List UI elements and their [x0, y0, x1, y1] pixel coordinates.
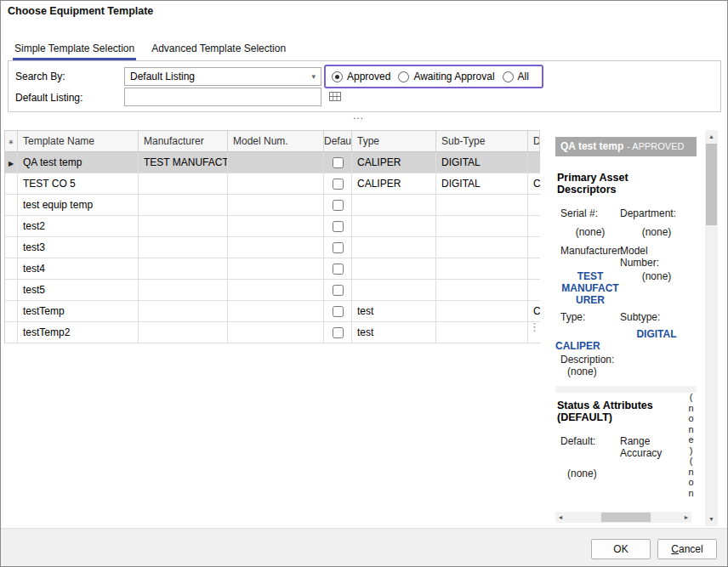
- cell-type[interactable]: CALIPER: [352, 173, 436, 194]
- table-row[interactable]: test3: [5, 237, 540, 258]
- preview-horizontal-scrollbar[interactable]: ◄ ►: [555, 512, 691, 523]
- cell-manufacturer[interactable]: [139, 173, 228, 194]
- default-checkbox[interactable]: [333, 157, 344, 168]
- cell-description[interactable]: CN: [528, 301, 540, 321]
- column-header-description[interactable]: D: [528, 131, 540, 151]
- cell-type[interactable]: [352, 216, 436, 236]
- cell-template-name[interactable]: test equip temp: [18, 195, 139, 215]
- column-header-sub-type[interactable]: Sub-Type: [436, 131, 528, 151]
- grid-scroll-grip[interactable]: ⋮: [529, 320, 540, 333]
- cell-description[interactable]: [528, 195, 540, 215]
- cell-description[interactable]: [528, 258, 540, 279]
- cell-type[interactable]: [352, 237, 436, 258]
- cell-type[interactable]: [352, 280, 436, 300]
- scroll-left-icon[interactable]: ◄: [555, 512, 566, 523]
- cell-template-name[interactable]: testTemp: [18, 301, 139, 321]
- default-listing-input[interactable]: [124, 88, 321, 106]
- cell-default[interactable]: [324, 280, 352, 300]
- cell-model-num[interactable]: [228, 216, 324, 236]
- cell-default[interactable]: [324, 216, 352, 236]
- cell-sub-type[interactable]: DIGITAL: [436, 173, 528, 194]
- default-checkbox[interactable]: [333, 242, 344, 253]
- scroll-down-icon[interactable]: ▼: [705, 514, 718, 524]
- default-checkbox[interactable]: [333, 200, 344, 211]
- tab-advanced-template-selection[interactable]: Advanced Template Selection: [151, 40, 286, 59]
- cell-manufacturer[interactable]: [139, 322, 228, 343]
- cell-sub-type[interactable]: [436, 195, 528, 215]
- default-checkbox[interactable]: [333, 285, 344, 296]
- cell-default[interactable]: [324, 173, 352, 194]
- column-header-model-num[interactable]: Model Num.: [228, 131, 324, 151]
- cell-manufacturer[interactable]: [139, 237, 228, 258]
- default-checkbox[interactable]: [333, 264, 344, 275]
- cell-model-num[interactable]: [228, 301, 324, 321]
- cell-default[interactable]: [324, 258, 352, 279]
- cell-description[interactable]: [528, 237, 540, 258]
- cell-sub-type[interactable]: [436, 280, 528, 300]
- column-header-template-name[interactable]: Template Name: [18, 131, 139, 151]
- cell-manufacturer[interactable]: [139, 216, 228, 236]
- cell-type[interactable]: test: [352, 301, 436, 321]
- splitter-grip[interactable]: ...: [353, 110, 364, 122]
- cell-default[interactable]: [324, 237, 352, 258]
- column-header-manufacturer[interactable]: Manufacturer: [139, 131, 228, 151]
- cell-template-name[interactable]: test2: [18, 216, 139, 236]
- cell-template-name[interactable]: test5: [18, 280, 139, 300]
- cell-manufacturer[interactable]: [139, 195, 228, 215]
- cell-default[interactable]: [324, 322, 352, 343]
- cell-type[interactable]: test: [352, 322, 436, 343]
- table-row[interactable]: test5: [5, 280, 540, 301]
- cell-template-name[interactable]: test4: [18, 258, 139, 279]
- cell-default[interactable]: [324, 152, 352, 173]
- table-row[interactable]: test4: [5, 258, 540, 280]
- grid-header-indicator[interactable]: ✳: [5, 131, 18, 151]
- default-checkbox[interactable]: [333, 327, 344, 338]
- table-row[interactable]: test2: [5, 216, 540, 237]
- column-header-default[interactable]: Defau: [324, 131, 352, 151]
- radio-all[interactable]: All: [503, 71, 529, 82]
- cell-manufacturer[interactable]: TEST MANUFACTURER: [139, 152, 228, 173]
- cell-model-num[interactable]: [228, 258, 324, 279]
- table-row[interactable]: test equip temp: [5, 195, 540, 216]
- cell-template-name[interactable]: TEST CO 5: [18, 173, 139, 194]
- column-header-type[interactable]: Type: [352, 131, 436, 151]
- cell-type[interactable]: [352, 195, 436, 215]
- cell-default[interactable]: [324, 195, 352, 215]
- preview-vertical-scrollbar[interactable]: ▲ ▼: [705, 130, 718, 526]
- cell-sub-type[interactable]: [436, 322, 528, 343]
- cell-default[interactable]: [324, 301, 352, 321]
- cell-sub-type[interactable]: [436, 258, 528, 279]
- cell-sub-type[interactable]: [436, 301, 528, 321]
- cell-template-name[interactable]: testTemp2: [18, 322, 139, 343]
- table-row[interactable]: TEST CO 5 CALIPER DIGITAL CA: [5, 173, 540, 195]
- cell-sub-type[interactable]: DIGITAL: [436, 152, 528, 173]
- scroll-up-icon[interactable]: ▲: [705, 132, 718, 142]
- cell-model-num[interactable]: [228, 322, 324, 343]
- default-checkbox[interactable]: [333, 306, 344, 317]
- table-row[interactable]: testTemp test CN: [5, 301, 540, 322]
- cell-type[interactable]: [352, 258, 436, 279]
- vscroll-thumb[interactable]: [706, 144, 717, 225]
- cell-model-num[interactable]: [228, 152, 324, 173]
- cell-description[interactable]: CA: [528, 173, 540, 194]
- cell-description[interactable]: [528, 280, 540, 300]
- radio-approved[interactable]: Approved: [332, 71, 390, 82]
- cell-manufacturer[interactable]: [139, 258, 228, 279]
- cell-model-num[interactable]: [228, 280, 324, 300]
- cell-model-num[interactable]: [228, 173, 324, 194]
- cell-type[interactable]: CALIPER: [352, 152, 436, 173]
- cell-template-name[interactable]: test3: [18, 237, 139, 258]
- scroll-right-icon[interactable]: ►: [681, 512, 691, 523]
- cell-sub-type[interactable]: [436, 237, 528, 258]
- default-checkbox[interactable]: [333, 179, 344, 190]
- preview-hscroll-thumb[interactable]: [601, 513, 651, 522]
- radio-awaiting-approval[interactable]: Awaiting Approval: [398, 71, 494, 82]
- cell-model-num[interactable]: [228, 237, 324, 258]
- default-checkbox[interactable]: [333, 221, 344, 232]
- tab-simple-template-selection[interactable]: Simple Template Selection: [14, 40, 134, 59]
- table-row[interactable]: testTemp2 test: [5, 322, 540, 343]
- cell-model-num[interactable]: [228, 195, 324, 215]
- cancel-button[interactable]: Cancel: [657, 539, 717, 559]
- cell-template-name[interactable]: QA test temp: [18, 152, 139, 173]
- cell-description[interactable]: [528, 216, 540, 236]
